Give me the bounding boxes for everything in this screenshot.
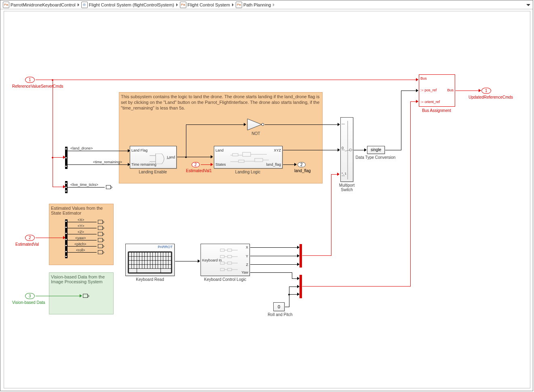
signal-line[interactable]	[68, 228, 97, 228]
signal-line[interactable]	[289, 294, 298, 295]
signal-line[interactable]	[331, 174, 331, 256]
bc-item-root[interactable]: Pa ParrotMinidroneKeyboardControl	[2, 2, 77, 8]
signal-line[interactable]	[53, 80, 53, 158]
mux-pos[interactable]	[300, 244, 302, 268]
signal-line[interactable]	[302, 286, 411, 287]
signal-line[interactable]	[283, 164, 295, 165]
outport-label: land_flag	[294, 169, 311, 173]
terminator-block[interactable]	[98, 220, 103, 224]
inport-estimatedval1[interactable]: 2	[192, 162, 200, 167]
signal-line[interactable]	[289, 287, 298, 287]
port-label: := orient_ref	[420, 100, 440, 104]
inport-1[interactable]: 1	[25, 77, 35, 83]
chevron-right-icon[interactable]	[78, 3, 79, 6]
signal-line[interactable]	[201, 164, 211, 165]
simulink-canvas[interactable]: 1 ReferenceValueServerCmds This subsyste…	[4, 11, 530, 388]
signal-line[interactable]	[289, 287, 289, 307]
terminator-block[interactable]	[98, 244, 103, 248]
arrowhead-icon	[294, 163, 297, 166]
bus-selector-1[interactable]	[65, 147, 68, 169]
constant-roll-pitch[interactable]: 0	[273, 302, 285, 311]
terminator-block[interactable]	[83, 294, 88, 298]
signal-line[interactable]	[53, 187, 63, 187]
signal-line[interactable]	[36, 238, 64, 238]
terminator-block[interactable]	[98, 226, 103, 230]
chevron-right-icon[interactable]	[176, 3, 178, 6]
signal-line[interactable]	[68, 240, 97, 240]
signal-line[interactable]	[401, 91, 416, 91]
signal-line[interactable]	[354, 150, 365, 150]
signal-line[interactable]	[250, 256, 298, 256]
signal-line[interactable]	[265, 124, 338, 125]
bc-item-path[interactable]: Pa Path Planning	[234, 2, 272, 8]
signal-line[interactable]	[177, 157, 211, 157]
signal-line[interactable]	[68, 187, 105, 188]
signal-line[interactable]	[401, 91, 401, 150]
signal-line[interactable]	[68, 234, 97, 234]
block-label: Multiport Switch	[338, 183, 356, 192]
signal-line[interactable]	[68, 222, 97, 222]
logic-gate-icon	[150, 154, 170, 164]
svg-point-1	[262, 123, 264, 126]
inport-3-label: Vision-based Data	[12, 300, 45, 305]
signal-line[interactable]	[186, 124, 245, 125]
signal-line[interactable]	[410, 101, 416, 102]
port-label: Land Flag	[131, 148, 148, 152]
bc-label: Path Planning	[243, 2, 271, 7]
outport-landflag[interactable]: 2	[298, 162, 306, 167]
svg-rect-11	[220, 262, 224, 264]
keyboard-read-block[interactable]: PARROT	[125, 244, 175, 276]
signal-line[interactable]	[186, 124, 186, 157]
chevron-right-icon[interactable]	[232, 3, 234, 6]
system-label: PARROT	[158, 245, 173, 249]
multiport-switch-block[interactable]: 0 *, 1	[340, 117, 353, 182]
signal-line[interactable]	[456, 91, 479, 91]
outport-1[interactable]: 1	[481, 88, 491, 94]
arrowhead-icon	[211, 163, 213, 166]
terminator-block[interactable]	[98, 238, 103, 242]
signal-line[interactable]	[250, 264, 298, 265]
terminator-block[interactable]	[98, 250, 103, 254]
arrowhead-icon	[479, 89, 481, 92]
not-block[interactable]	[247, 118, 265, 131]
signal-line[interactable]	[36, 296, 80, 296]
signal-line[interactable]	[68, 252, 97, 253]
inport-3[interactable]: 3	[25, 293, 35, 299]
signal-line[interactable]	[68, 164, 129, 165]
signal-line[interactable]	[250, 247, 298, 248]
port-label: Bus	[447, 88, 454, 92]
signal-line[interactable]	[385, 150, 401, 150]
port-number: 1	[29, 78, 31, 82]
signal-line[interactable]	[283, 150, 338, 150]
bc-label: Flight Control System	[188, 2, 230, 7]
svg-rect-12	[228, 262, 232, 264]
port-number: 2	[300, 162, 303, 167]
signal-line[interactable]	[250, 272, 292, 273]
port-label: Z	[246, 263, 249, 267]
landing-logic-block[interactable]: Land States XYZ land_flag	[214, 146, 283, 169]
signal-line[interactable]	[36, 80, 416, 80]
signal-line[interactable]	[302, 255, 331, 256]
mux-orient[interactable]	[300, 275, 302, 298]
chevron-right-icon[interactable]	[273, 3, 274, 6]
inport-2[interactable]: 2	[25, 235, 35, 241]
landing-enable-block[interactable]: Land Flag Time remaining Land	[130, 146, 177, 169]
inport-2-label: EstimatedVal	[15, 242, 39, 247]
bc-item-fcs-ref[interactable]: ◎ Flight Control System (flightControlSy…	[80, 2, 175, 8]
signal-line[interactable]	[53, 157, 63, 158]
bc-item-fcs[interactable]: Pa Flight Control System	[179, 2, 231, 8]
signal-line[interactable]	[292, 272, 292, 279]
signal-line[interactable]	[68, 246, 97, 247]
signal-line[interactable]	[410, 101, 411, 287]
terminator-block[interactable]	[98, 232, 103, 236]
vision-area[interactable]: Vision-based Data from the Image Process…	[49, 272, 114, 314]
data-type-conversion-block[interactable]: single	[367, 146, 385, 154]
signal-line[interactable]	[285, 307, 289, 307]
terminator-block[interactable]	[106, 185, 111, 189]
bus-assignment-block[interactable]: Bus := pos_ref := orient_ref Bus	[419, 74, 455, 107]
signal-line[interactable]	[53, 158, 53, 187]
signal-line[interactable]	[175, 261, 198, 261]
signal-line[interactable]	[68, 151, 129, 151]
keyboard-control-logic-block[interactable]: Keyboard In X Y Z Yaw	[201, 244, 250, 276]
breadcrumb-menu-button[interactable]	[526, 0, 530, 9]
